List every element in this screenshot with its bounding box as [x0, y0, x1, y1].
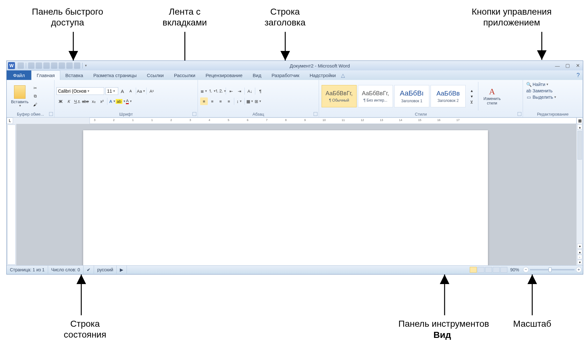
clipboard-launcher[interactable]	[49, 112, 53, 116]
replace-button[interactable]: abЗаменить	[525, 88, 581, 94]
status-proofing[interactable]: ✔	[83, 266, 94, 274]
close-button[interactable]: ✕	[574, 63, 582, 68]
help-icon[interactable]: ?	[577, 72, 580, 79]
tab-review[interactable]: Рецензирование	[200, 70, 248, 80]
scroll-thumb[interactable]	[577, 131, 582, 160]
font-size-combo[interactable]: 11▼	[105, 87, 118, 95]
multilevel-button[interactable]: ⒈⒉▼	[217, 87, 224, 95]
superscript-button[interactable]: x²	[98, 97, 106, 105]
zoom-level[interactable]: 90%	[510, 267, 519, 272]
ruler-toggle[interactable]: ▦	[577, 118, 583, 124]
italic-button[interactable]: К	[65, 97, 73, 105]
scroll-down-button[interactable]: ▾	[577, 244, 582, 249]
subscript-button[interactable]: x₂	[90, 97, 98, 105]
qat-customize-dropdown[interactable]: ▼	[84, 64, 87, 67]
bullets-button[interactable]: ≣▼	[200, 87, 208, 95]
increase-indent-button[interactable]: ⇥	[236, 87, 243, 95]
font-name-combo[interactable]: Calibri (Основ▼	[56, 87, 104, 95]
callout-qat: Панель быстрого доступа	[32, 6, 103, 28]
style-heading2[interactable]: АаБбВв Заголовок 2	[431, 85, 466, 107]
qat-btn-6[interactable]	[66, 62, 73, 69]
bold-button[interactable]: Ж	[57, 97, 64, 105]
zoom-out-button[interactable]: −	[523, 267, 529, 273]
tab-mailings[interactable]: Рассылки	[169, 70, 200, 80]
align-center-button[interactable]: ≡	[208, 97, 216, 105]
vertical-ruler[interactable]	[7, 124, 16, 265]
align-right-button[interactable]: ≡	[217, 97, 224, 105]
shading-button[interactable]: ▦▼	[246, 97, 254, 105]
qat-btn-3[interactable]	[43, 62, 50, 69]
align-left-button[interactable]: ≡	[200, 97, 208, 105]
view-outline[interactable]	[493, 267, 500, 273]
paste-dropdown[interactable]: ▼	[19, 104, 22, 107]
style-normal[interactable]: АаБбВвГг, ¶ Обычный	[322, 85, 357, 107]
minimize-ribbon-icon[interactable]: △	[341, 72, 345, 78]
select-browse-object-button[interactable]: ◦	[577, 255, 582, 259]
tab-view[interactable]: Вид	[248, 70, 266, 80]
status-macro[interactable]: ▶	[117, 266, 127, 274]
borders-button[interactable]: ⊞▼	[254, 97, 262, 105]
copy-button[interactable]: ⧉	[31, 92, 39, 100]
style-heading1[interactable]: АаБбВı Заголовок 1	[394, 85, 429, 107]
line-spacing-button[interactable]: ↕▼	[236, 97, 243, 105]
tab-selector[interactable]: L	[7, 118, 13, 124]
scroll-up-button[interactable]: ▴	[577, 125, 582, 130]
view-web-layout[interactable]	[485, 267, 492, 273]
font-color-button[interactable]: A▼	[125, 97, 133, 105]
change-styles-icon[interactable]: A	[489, 87, 495, 96]
style-no-spacing[interactable]: АаБбВвГг, ¶ Без интер...	[358, 85, 393, 107]
tab-insert[interactable]: Вставка	[60, 70, 88, 80]
tab-references[interactable]: Ссылки	[142, 70, 169, 80]
tab-developer[interactable]: Разработчик	[266, 70, 304, 80]
qat-btn-7[interactable]	[74, 62, 80, 69]
qat-btn-4[interactable]	[51, 62, 57, 69]
paste-icon[interactable]	[14, 85, 25, 99]
cut-button[interactable]: ✂	[31, 84, 39, 92]
styles-row-up[interactable]: ▴	[468, 88, 475, 93]
minimize-button[interactable]: —	[554, 63, 561, 68]
view-full-screen[interactable]	[477, 267, 484, 273]
find-button[interactable]: 🔍Найти▼	[525, 81, 581, 88]
justify-button[interactable]: ≡	[225, 97, 233, 105]
document-area[interactable]	[16, 124, 577, 265]
tab-addins[interactable]: Надстройки	[304, 70, 341, 80]
highlight-button[interactable]: ab▼	[117, 97, 125, 105]
grow-font-button[interactable]: A	[119, 87, 126, 95]
strike-button[interactable]: abe	[82, 97, 89, 105]
maximize-button[interactable]: ▢	[564, 63, 571, 68]
show-marks-button[interactable]: ¶	[257, 87, 264, 95]
tab-page-layout[interactable]: Разметка страницы	[88, 70, 142, 80]
paragraph-launcher[interactable]	[314, 112, 317, 116]
font-launcher[interactable]	[192, 112, 196, 116]
status-page[interactable]: Страница: 1 из 1	[7, 266, 48, 274]
clear-formatting-button[interactable]: Aᵡ	[148, 87, 156, 95]
text-effects-button[interactable]: A▼	[109, 97, 116, 105]
status-words[interactable]: Число слов: 0	[48, 266, 83, 274]
decrease-indent-button[interactable]: ⇤	[227, 87, 235, 95]
tab-file[interactable]: Файл	[7, 70, 31, 80]
next-object-button[interactable]: ▾	[577, 260, 582, 264]
change-case-button[interactable]: Aa▼	[137, 87, 145, 95]
view-draft[interactable]	[500, 267, 507, 273]
shrink-font-button[interactable]: A	[127, 87, 134, 95]
vertical-scrollbar[interactable]: ▴ ▾ ▴ ◦ ▾	[577, 124, 583, 265]
zoom-slider[interactable]	[530, 269, 575, 270]
qat-btn-5[interactable]	[59, 62, 65, 69]
styles-expand[interactable]: ⊻	[468, 99, 475, 104]
prev-object-button[interactable]: ▴	[577, 250, 582, 254]
qat-save-icon[interactable]	[18, 62, 24, 69]
zoom-in-button[interactable]: +	[576, 267, 582, 273]
horizontal-ruler[interactable]: 3211234567891011121314151617	[13, 118, 577, 124]
sort-button[interactable]: A↓	[246, 87, 254, 95]
styles-row-down[interactable]: ▾	[468, 94, 475, 99]
qat-redo-button[interactable]	[36, 62, 42, 69]
styles-launcher[interactable]	[518, 112, 521, 116]
underline-button[interactable]: Ч▼	[73, 97, 81, 105]
select-button[interactable]: ▭Выделить▼	[525, 94, 581, 100]
group-styles: АаБбВвГг, ¶ Обычный АаБбВвГг, ¶ Без инте…	[319, 80, 523, 117]
qat-undo-button[interactable]	[28, 62, 34, 69]
format-painter-button[interactable]: 🖌	[31, 101, 39, 108]
view-print-layout[interactable]	[470, 267, 477, 273]
tab-home[interactable]: Главная	[31, 70, 60, 80]
status-language[interactable]: русский	[94, 266, 117, 274]
